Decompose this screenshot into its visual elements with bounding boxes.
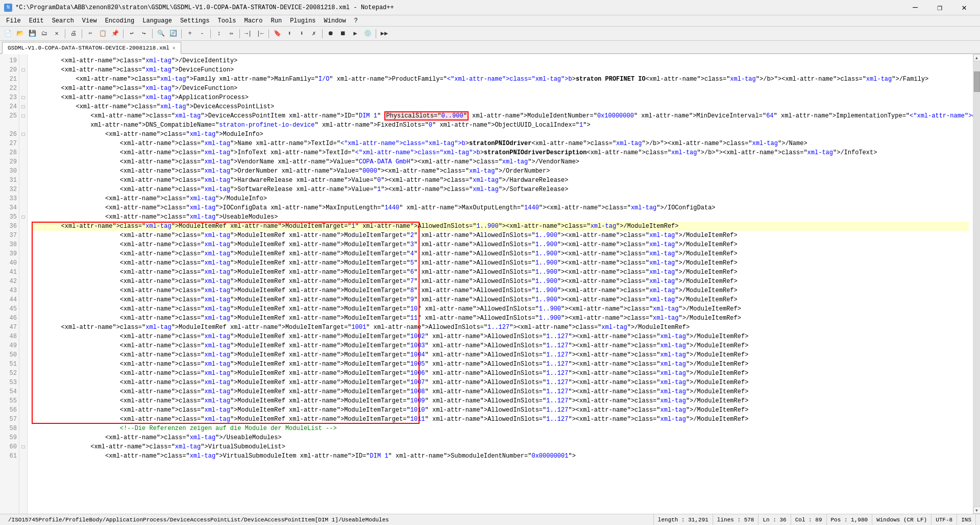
close-button[interactable]: ✕ [952, 0, 976, 15]
prev-bookmark-button[interactable]: ⬆ [284, 28, 295, 39]
undo-button[interactable]: ↩ [126, 28, 137, 39]
close-button[interactable]: ✕ [51, 28, 62, 39]
fold-indicator [20, 139, 26, 148]
next-bookmark-button[interactable]: ⬇ [296, 28, 307, 39]
fold-indicator [20, 84, 26, 93]
menu-run[interactable]: Run [267, 16, 286, 26]
zoom-in-button[interactable]: + [184, 28, 195, 39]
indent-button[interactable]: →| [242, 28, 254, 39]
record-button[interactable]: ⏺ [325, 28, 336, 39]
run-macro-button[interactable]: ▶▶ [379, 28, 390, 39]
copy-button[interactable]: 📋 [97, 28, 108, 39]
code-line: <xml-attr-name">class="xml-tag">ModuleIt… [32, 341, 969, 350]
save-macro-button[interactable]: 💿 [362, 28, 373, 39]
open-button[interactable]: 📂 [14, 28, 26, 39]
fold-indicator [20, 222, 26, 231]
status-bar: /ISO15745Profile/ProfileBody/Application… [0, 514, 980, 525]
line-num: 40 [4, 258, 17, 268]
menu-language[interactable]: Language [138, 16, 176, 26]
fold-indicator[interactable]: □ [20, 212, 26, 222]
toolbar-sep-4 [152, 29, 153, 38]
tab-0-close[interactable]: ✕ [173, 45, 176, 51]
line-num: 42 [4, 277, 17, 286]
menu-settings[interactable]: Settings [176, 16, 214, 26]
fold-indicator [20, 166, 26, 176]
scroll-track[interactable] [973, 61, 980, 507]
line-num: 58 [4, 424, 17, 433]
menu-search[interactable]: Search [48, 16, 78, 26]
fold-indicator [20, 369, 26, 378]
line-num: 60 [4, 442, 17, 451]
menu-view[interactable]: View [78, 16, 101, 26]
fold-indicator[interactable]: □ [20, 111, 26, 121]
line-num: 54 [4, 387, 17, 396]
line-num: 35 [4, 212, 17, 222]
zoom-out-button[interactable]: - [197, 28, 208, 39]
menu-window[interactable]: Window [320, 16, 350, 26]
minimize-button[interactable]: — [903, 0, 927, 15]
maximize-button[interactable]: ❐ [928, 0, 951, 15]
line-num: 29 [4, 157, 17, 166]
scroll-thumb[interactable] [974, 71, 980, 92]
code-line: <xml-attr-name">class="xml-tag">VirtualS… [32, 442, 969, 451]
save-all-button[interactable]: 🗂 [39, 28, 50, 39]
line-num: 51 [4, 360, 17, 369]
toolbar-sep-5 [181, 29, 182, 38]
unindent-button[interactable]: |← [255, 28, 266, 39]
fold-indicator[interactable]: □ [20, 130, 26, 139]
wrap-button[interactable]: ⇔ [226, 28, 237, 39]
toolbar-sep-10 [376, 29, 376, 38]
scroll-up-arrow[interactable]: ▲ [973, 54, 981, 61]
fold-indicator[interactable]: □ [20, 65, 26, 75]
fold-indicator [20, 277, 26, 286]
scroll-down-arrow[interactable]: ▼ [973, 507, 981, 514]
status-path: /ISO15745Profile/ProfileBody/Application… [4, 514, 654, 525]
fold-indicator[interactable]: □ [20, 442, 26, 451]
menu-edit[interactable]: Edit [25, 16, 48, 26]
clear-bookmarks-button[interactable]: ✗ [308, 28, 320, 39]
fold-indicator[interactable]: □ [20, 93, 26, 102]
fold-indicator [20, 240, 26, 249]
play-button[interactable]: ▶ [350, 28, 361, 39]
code-line: <xml-attr-name">class="xml-tag">Hardware… [32, 176, 969, 185]
stop-record-button[interactable]: ⏹ [337, 28, 349, 39]
paste-button[interactable]: 📌 [109, 28, 120, 39]
cut-button[interactable]: ✂ [85, 28, 96, 39]
find-button[interactable]: 🔍 [155, 28, 166, 39]
menu-encoding[interactable]: Encoding [101, 16, 139, 26]
bookmark-button[interactable]: 🔖 [272, 28, 283, 39]
fold-indicator [20, 121, 26, 130]
new-button[interactable]: 📄 [2, 28, 13, 39]
code-line: xml-attr-name">DNS_CompatibleName="strat… [32, 121, 969, 130]
tab-0-label: GSDML-V1.0-COPA-DATA-STRATON-DEVICE-2008… [8, 45, 169, 51]
menu-tools[interactable]: Tools [213, 16, 240, 26]
line-num: 41 [4, 268, 17, 277]
redo-button[interactable]: ↪ [138, 28, 150, 39]
code-line: <xml-attr-name">class="xml-tag">ModuleIt… [32, 222, 969, 231]
fold-indicator [20, 231, 26, 240]
fold-indicator[interactable]: □ [20, 102, 26, 111]
title-bar: N *C:\ProgramData\ABB\zenon820\straton\G… [0, 0, 980, 15]
print-button[interactable]: 🖨 [68, 28, 79, 39]
sync-scroll-button[interactable]: ↕ [213, 28, 225, 39]
code-line: <xml-attr-name">class="xml-tag">ModuleIt… [32, 258, 969, 268]
fold-indicator [20, 360, 26, 369]
tab-0[interactable]: GSDML-V1.0-COPA-DATA-STRATON-DEVICE-2008… [2, 42, 181, 54]
line-num: 45 [4, 304, 17, 314]
menu-macro[interactable]: Macro [240, 16, 267, 26]
right-scrollbar[interactable]: ▲ ▼ [973, 54, 980, 514]
fold-indicator [20, 295, 26, 304]
line-num: 44 [4, 295, 17, 304]
save-button[interactable]: 💾 [27, 28, 38, 39]
menu-plugins[interactable]: Plugins [286, 16, 320, 26]
menu-help[interactable]: ? [350, 16, 362, 26]
title-bar-left: N *C:\ProgramData\ABB\zenon820\straton\G… [4, 4, 394, 12]
menu-file[interactable]: File [2, 16, 25, 26]
toolbar-sep-1 [65, 29, 65, 38]
code-content[interactable]: <xml-attr-name">class="xml-tag">/DeviceI… [28, 54, 973, 514]
code-line: <xml-attr-name">class="xml-tag">DeviceFu… [32, 65, 969, 75]
line-num [4, 121, 17, 130]
replace-button[interactable]: 🔄 [167, 28, 179, 39]
status-pos: Pos : 1,980 [827, 514, 873, 525]
code-line: <xml-attr-name">class="xml-tag">ModuleIt… [32, 350, 969, 360]
